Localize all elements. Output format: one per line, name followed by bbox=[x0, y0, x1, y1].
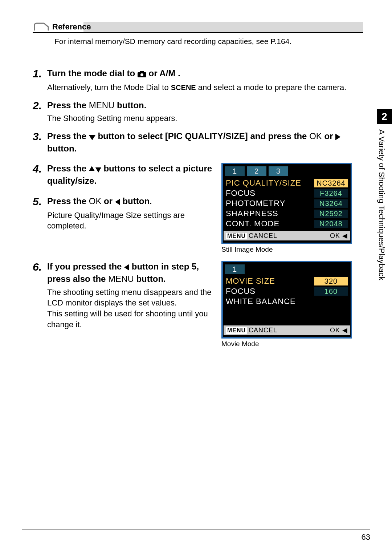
menu-label: MENU bbox=[226, 233, 247, 239]
svg-marker-8 bbox=[124, 264, 129, 271]
lcd-menu-row: SHARPNESSN2592 bbox=[225, 208, 348, 219]
lcd-menu-row: CONT. MODEN2048 bbox=[225, 219, 348, 229]
left-triangle-icon bbox=[124, 263, 129, 272]
svg-point-2 bbox=[140, 73, 143, 76]
lcd-tab: 2 bbox=[247, 166, 266, 176]
step-heading: If you pressed the button in step 5, pre… bbox=[47, 261, 214, 284]
step-number: 2. bbox=[33, 100, 47, 124]
step-body: The shooting setting menu disappears and… bbox=[47, 287, 214, 330]
step-body: Alternatively, turn the Mode Dial to SCE… bbox=[47, 82, 356, 93]
step-number: 6. bbox=[33, 261, 47, 330]
lcd-caption: Movie Mode bbox=[221, 340, 356, 348]
chapter-number: 2 bbox=[377, 109, 392, 124]
step-2: 2. Press the MENU button. The Shooting S… bbox=[33, 100, 356, 124]
reference-title: Reference bbox=[51, 22, 91, 32]
lcd-menu-row: PIC QUALITY/SIZENC3264 bbox=[225, 178, 348, 188]
step-6: 6. If you pressed the button in step 5, … bbox=[33, 261, 214, 330]
lcd-menu-row: FOCUSF3264 bbox=[225, 188, 348, 198]
svg-marker-6 bbox=[95, 167, 101, 173]
down-triangle-icon bbox=[89, 132, 95, 142]
note-arrow-icon bbox=[33, 23, 51, 31]
lcd-still-image: 1 2 3 PIC QUALITY/SIZENC3264 FOCUSF3264 … bbox=[221, 163, 352, 244]
reference-header: Reference bbox=[33, 22, 363, 33]
svg-marker-3 bbox=[89, 135, 95, 140]
steps-list: 1. Turn the mode dial to or A/M . Altern… bbox=[33, 68, 356, 348]
lcd-footer: MENUCANCEL OK ◀ bbox=[224, 231, 350, 240]
lcd-menu: MOVIE SIZE320 FOCUS160 WHITE BALANCE bbox=[223, 275, 351, 325]
left-triangle-icon bbox=[115, 197, 120, 207]
step-3: 3. Press the button to select [PIC QUALI… bbox=[33, 130, 356, 156]
step-number: 1. bbox=[33, 68, 47, 93]
lcd-footer: MENUCANCEL OK ◀ bbox=[224, 325, 350, 335]
step-4-5-row: 4. Press the buttons to select a picture… bbox=[33, 163, 356, 254]
svg-marker-4 bbox=[335, 134, 340, 140]
up-down-triangle-icon bbox=[89, 165, 101, 174]
step-6-row: 6. If you pressed the button in step 5, … bbox=[33, 261, 356, 348]
lcd-tab: 1 bbox=[225, 264, 245, 274]
lcd-menu-row: WHITE BALANCE bbox=[225, 296, 348, 307]
step-body: Picture Quality/Image Size settings are … bbox=[47, 210, 214, 231]
chapter-title: A Variety of Shooting Techniques/Playbac… bbox=[377, 124, 386, 333]
page-number: 63 bbox=[352, 530, 370, 542]
reference-body: For internal memory/SD memory card recor… bbox=[33, 33, 363, 46]
lcd-menu-row: PHOTOMETRYN3264 bbox=[225, 198, 348, 208]
svg-rect-1 bbox=[140, 71, 144, 73]
step-heading: Turn the mode dial to or A/M . bbox=[47, 68, 356, 80]
step-number: 5. bbox=[33, 195, 47, 232]
camera-icon bbox=[138, 69, 149, 79]
step-5: 5. Press the OK or button. Picture Quali… bbox=[33, 195, 214, 232]
left-triangle-icon: ◀ bbox=[342, 327, 348, 334]
chapter-side-tab: 2 A Variety of Shooting Techniques/Playb… bbox=[377, 109, 392, 334]
left-triangle-icon: ◀ bbox=[342, 232, 348, 239]
lcd-menu-row: FOCUS160 bbox=[225, 286, 348, 296]
right-triangle-icon bbox=[335, 132, 340, 142]
step-heading: Press the MENU button. bbox=[47, 100, 356, 111]
menu-label: MENU bbox=[226, 327, 247, 334]
step-heading: Press the button to select [PIC QUALITY/… bbox=[47, 130, 356, 154]
step-body: The Shooting Setting menu appears. bbox=[47, 113, 356, 124]
lcd-caption: Still Image Mode bbox=[221, 246, 356, 254]
lcd-menu-row: MOVIE SIZE320 bbox=[225, 276, 348, 286]
step-1: 1. Turn the mode dial to or A/M . Altern… bbox=[33, 68, 356, 93]
lcd-tab: 1 bbox=[225, 166, 245, 176]
step-number: 4. bbox=[33, 163, 47, 189]
lcd-movie: 1 MOVIE SIZE320 FOCUS160 WHITE BALANCE M… bbox=[221, 261, 352, 339]
step-heading: Press the buttons to select a picture qu… bbox=[47, 163, 214, 186]
lcd-tabs: 1 2 3 bbox=[223, 164, 351, 177]
reference-box: Reference For internal memory/SD memory … bbox=[33, 22, 363, 46]
manual-page: Reference For internal memory/SD memory … bbox=[0, 0, 392, 555]
svg-marker-5 bbox=[89, 166, 95, 171]
step-4: 4. Press the buttons to select a picture… bbox=[33, 163, 214, 189]
step-heading: Press the OK or button. bbox=[47, 195, 214, 208]
step-number: 3. bbox=[33, 130, 47, 156]
lcd-tab: 3 bbox=[269, 166, 288, 176]
svg-marker-7 bbox=[115, 199, 120, 205]
footer-rule bbox=[22, 529, 370, 530]
lcd-menu: PIC QUALITY/SIZENC3264 FOCUSF3264 PHOTOM… bbox=[223, 177, 351, 231]
lcd-tabs: 1 bbox=[223, 262, 351, 275]
